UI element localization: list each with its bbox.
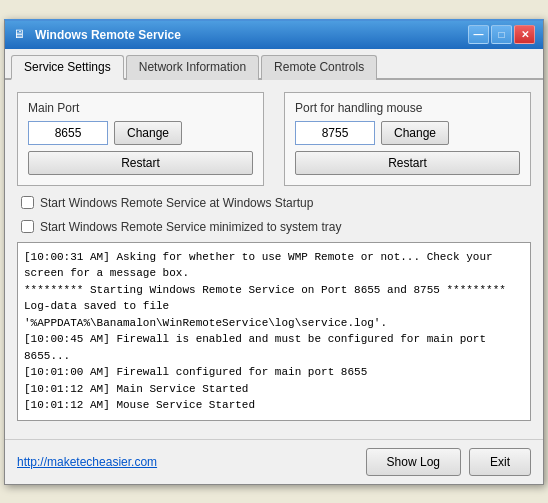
website-link[interactable]: http://maketecheasier.com	[17, 455, 157, 469]
window-title: Windows Remote Service	[35, 28, 181, 42]
main-port-row: Change	[28, 121, 253, 145]
main-window: 🖥 Windows Remote Service — □ ✕ Service S…	[4, 19, 544, 485]
mouse-port-row: Change	[295, 121, 520, 145]
main-port-input[interactable]	[28, 121, 108, 145]
mouse-port-change-button[interactable]: Change	[381, 121, 449, 145]
startup-checkbox-row: Start Windows Remote Service at Windows …	[17, 194, 531, 212]
bottom-bar: http://maketecheasier.com Show Log Exit	[5, 439, 543, 484]
close-button[interactable]: ✕	[514, 25, 535, 44]
tray-checkbox[interactable]	[21, 220, 34, 233]
tab-service-settings[interactable]: Service Settings	[11, 55, 124, 80]
tray-checkbox-label[interactable]: Start Windows Remote Service minimized t…	[40, 220, 341, 234]
show-log-button[interactable]: Show Log	[366, 448, 461, 476]
log-area: [10:00:31 AM] Asking for whether to use …	[17, 242, 531, 421]
startup-checkbox-label[interactable]: Start Windows Remote Service at Windows …	[40, 196, 313, 210]
title-bar-left: 🖥 Windows Remote Service	[13, 27, 181, 43]
mouse-port-restart-button[interactable]: Restart	[295, 151, 520, 175]
title-bar: 🖥 Windows Remote Service — □ ✕	[5, 21, 543, 49]
minimize-button[interactable]: —	[468, 25, 489, 44]
maximize-button[interactable]: □	[491, 25, 512, 44]
main-port-group: Main Port Change Restart	[17, 92, 264, 186]
window-icon: 🖥	[13, 27, 29, 43]
main-port-restart-button[interactable]: Restart	[28, 151, 253, 175]
tray-checkbox-row: Start Windows Remote Service minimized t…	[17, 218, 531, 236]
startup-checkbox[interactable]	[21, 196, 34, 209]
bottom-buttons: Show Log Exit	[366, 448, 531, 476]
main-port-change-button[interactable]: Change	[114, 121, 182, 145]
mouse-port-group: Port for handling mouse Change Restart	[284, 92, 531, 186]
exit-button[interactable]: Exit	[469, 448, 531, 476]
main-port-label: Main Port	[28, 101, 253, 115]
tab-content: Main Port Change Restart Port for handli…	[5, 80, 543, 439]
mouse-port-input[interactable]	[295, 121, 375, 145]
tab-remote-controls[interactable]: Remote Controls	[261, 55, 377, 80]
title-buttons: — □ ✕	[468, 25, 535, 44]
tab-bar: Service Settings Network Information Rem…	[5, 49, 543, 80]
tab-network-information[interactable]: Network Information	[126, 55, 259, 80]
port-section: Main Port Change Restart Port for handli…	[17, 92, 531, 186]
mouse-port-label: Port for handling mouse	[295, 101, 520, 115]
